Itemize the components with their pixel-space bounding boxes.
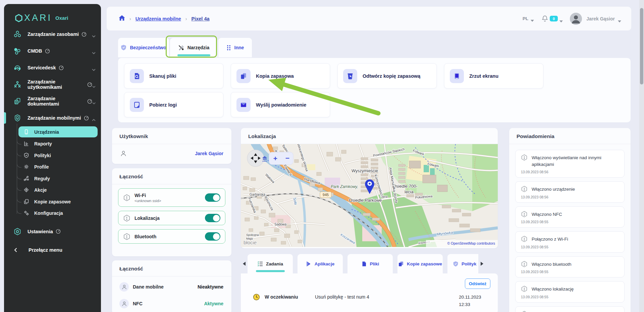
sidebar-item-raporty[interactable]: Raporty <box>17 138 98 150</box>
sidebar-item-urzadzenia[interactable]: Urządzenia <box>18 126 98 137</box>
sidebar-item-reguly[interactable]: Reguły <box>17 173 98 185</box>
language-selector[interactable]: PL <box>523 16 534 21</box>
tab-kopie-zapasowe[interactable]: Kopie zapasowe <box>397 254 443 273</box>
sidebar-item-label: Zarządzanie użytkownikami <box>28 79 85 90</box>
tab-zadania[interactable]: Zadania <box>248 254 293 273</box>
sidebar-item-akcje[interactable]: Akcje <box>17 184 98 196</box>
tab-bezpieczenstwo[interactable]: Bezpieczeństwo <box>118 38 169 57</box>
tool-card-wyslij-powiadomienie[interactable]: Wyślij powiadomienie <box>231 92 330 117</box>
sidebar-item-konfiguracja[interactable]: Konfiguracja <box>17 207 98 219</box>
hexagon-alert-icon <box>521 154 528 161</box>
gears-icon <box>23 210 30 216</box>
notification-item[interactable]: Włączono lokalizację 13.09.2023 08:55 <box>515 281 625 303</box>
sidebar-subitem-label: Kopie zapasowe <box>34 199 71 204</box>
tools-icon <box>178 45 184 51</box>
task-datetime: 20.11.2023 12:33 <box>459 294 490 308</box>
avatar[interactable] <box>570 13 582 25</box>
connectivity-panel: Łączność Wi-Fi <unknown ssid> Lokalizacj… <box>112 168 231 256</box>
sidebar-item-profile[interactable]: Profile <box>17 161 98 173</box>
sidebar-subitem-label: Reguły <box>34 176 50 181</box>
chevron-down-icon <box>92 100 96 103</box>
shield-check-icon <box>453 261 459 267</box>
sidebar-item-kopie-zapasowe[interactable]: Kopie zapasowe <box>17 196 98 208</box>
tool-card-kopia-zapasowa[interactable]: Kopia zapasowa <box>231 63 330 88</box>
sidebar-item-servicedesk[interactable]: Servicedesk <box>4 59 101 76</box>
map[interactable]: Wyszymieście Osiedle Parkowe Osiedle 700… <box>241 144 498 247</box>
breadcrumb: › Urządzenia mobilne › Pixel 4a <box>119 15 210 22</box>
sidebar-item-ustawienia[interactable]: Ustawienia <box>4 223 101 240</box>
notification-item[interactable]: Włączono NFC 13.09.2023 08:55 <box>515 206 625 228</box>
breadcrumb-link-pixel-4a[interactable]: Pixel 4a <box>192 16 210 21</box>
sidebar-item-zarzadzanie-mobilnymi[interactable]: Zarządzanie mobilnymi <box>4 110 101 126</box>
sidebar-item-zarzadzanie-dokumentami[interactable]: Zarządzanie dokumentami <box>4 93 101 110</box>
notification-text: Włączono lokalizację <box>532 286 574 293</box>
backup-icon <box>236 69 251 83</box>
gauge-icon <box>59 65 64 70</box>
tab-aplikacje[interactable]: Aplikacje <box>298 254 343 273</box>
divider <box>112 276 231 276</box>
bluetooth-toggle[interactable] <box>205 232 220 241</box>
bluetooth-row: Bluetooth <box>118 229 225 244</box>
refresh-button[interactable]: Odśwież <box>465 278 490 289</box>
tab-label: Kopie zapasowe <box>407 261 442 266</box>
user-link[interactable]: Jarek Gąsior <box>195 151 223 156</box>
notification-text: Wyłączono wyświetlanie nad innymi aplika… <box>532 311 620 312</box>
connectivity-status-panel: Łączność Dane mobilne Nieaktywne NFC Akt… <box>112 260 231 312</box>
panel-title: Użytkownik <box>112 128 231 144</box>
map-pan-control[interactable] <box>247 150 264 167</box>
tool-card-pobierz-logi[interactable]: Pobierz logi <box>124 92 223 117</box>
status-label: NFC <box>133 301 143 306</box>
notification-item[interactable]: Włączono urządzenie 13.09.2023 08:56 <box>515 181 625 203</box>
hexagon-alert-icon <box>521 236 528 242</box>
gauge-icon <box>82 32 87 37</box>
task-title: Usuń politykę - test num 4 <box>315 294 369 300</box>
tool-card-zrzut-ekranu[interactable]: Zrzut ekranu <box>444 63 543 88</box>
map-label: Park Zamkowy, <box>331 184 358 189</box>
mobile-management-submenu: Urządzenia Raporty Polityki Profile Regu… <box>17 126 98 219</box>
notifications-bell[interactable]: 0 <box>542 15 563 22</box>
collapse-menu-button[interactable]: Przełącz menu <box>4 243 101 257</box>
breadcrumb-separator: › <box>185 16 187 21</box>
send-notification-icon <box>236 98 251 112</box>
toggle-texts: Bluetooth <box>135 234 156 239</box>
notification-item[interactable]: Połączono z Wi-Fi 13.09.2023 08:55 <box>515 231 625 253</box>
sidebar-subitem-label: Urządzenia <box>34 129 59 135</box>
sidebar-item-polityki[interactable]: Polityki <box>17 150 98 162</box>
notifications-panel: Powiadomienia Włączono wyświetlanie nad … <box>509 128 631 312</box>
wifi-toggle[interactable] <box>205 193 220 202</box>
notification-item[interactable]: Włączono bluetooth 13.09.2023 08:55 <box>515 256 625 278</box>
tab-narzedzia[interactable]: Narzędzia <box>170 38 217 57</box>
language-label: PL <box>523 16 528 21</box>
tab-inne[interactable]: Inne <box>218 38 252 57</box>
tab-pliki[interactable]: Pliki <box>347 254 393 273</box>
notification-item[interactable]: Włączono wyświetlanie nad innymi aplikac… <box>515 150 625 178</box>
rules-network-icon <box>23 176 30 182</box>
tabs-scroll-left[interactable] <box>241 254 248 273</box>
notification-item[interactable]: Wyłączono wyświetlanie nad innymi aplika… <box>515 306 625 312</box>
task-row[interactable]: W oczekiwaniu Usuń politykę - test num 4… <box>241 294 498 308</box>
user-menu[interactable]: Jarek Gąsior <box>586 16 615 21</box>
sidebar-item-zarzadzanie-zasobami[interactable]: Zarządzanie zasobami <box>4 26 101 43</box>
tasks-panel: Odśwież W oczekiwaniu Usuń politykę - te… <box>241 273 498 312</box>
play-store-icon <box>306 261 312 267</box>
map-zoom-out[interactable]: − <box>285 154 289 162</box>
cmdb-icon <box>13 47 22 55</box>
tool-card-label: Skanuj pliki <box>149 73 176 79</box>
notification-date: 13.09.2023 08:55 <box>521 295 620 299</box>
breadcrumb-link-urzadzenia-mobilne[interactable]: Urządzenia mobilne <box>136 16 181 21</box>
map-attribution[interactable]: © OpenStreetMap contributors <box>447 241 495 245</box>
hexagon-alert-icon <box>521 211 528 217</box>
map-zoom-in[interactable]: + <box>273 154 277 162</box>
home-icon[interactable] <box>119 15 125 22</box>
tabs-scroll-right[interactable] <box>478 254 485 273</box>
header-actions: PL 0 Jarek Gąsior <box>523 13 621 25</box>
sidebar-item-cmdb[interactable]: CMDB <box>4 43 101 59</box>
sidebar-item-zarzadzanie-uzytkownikami[interactable]: Zarządzanie użytkownikami <box>4 76 101 93</box>
tool-card-skanuj-pliki[interactable]: Skanuj pliki <box>124 63 223 88</box>
notification-date: 13.09.2023 08:56 <box>521 195 620 199</box>
tab-polityki[interactable]: Polityk <box>447 254 478 273</box>
page-scrollbar-thumb[interactable] <box>640 8 643 84</box>
tool-card-odtworz-kopie[interactable]: Odtwórz kopię zapasową <box>337 63 437 88</box>
target-icon <box>23 187 30 193</box>
location-toggle[interactable] <box>205 214 220 222</box>
